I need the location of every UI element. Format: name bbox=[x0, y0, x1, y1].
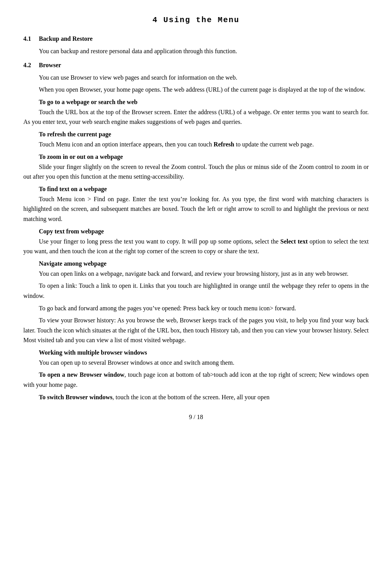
switch-windows-para: To switch Browser windows, touch the ico… bbox=[23, 392, 369, 402]
section-4-1-para-1: You can backup and restore personal data… bbox=[23, 46, 369, 56]
copy-text-para: Use your finger to long press the text y… bbox=[23, 237, 369, 256]
browser-intro-2: When you open Browser, your home page op… bbox=[23, 85, 369, 95]
subheading-copy-text: Copy text from webpage bbox=[23, 228, 369, 235]
section-4-1-heading: 4.1 Backup and Restore bbox=[23, 35, 369, 42]
refresh-bold: Refresh bbox=[214, 141, 234, 148]
navigate-open-link: To open a link: Touch a link to open it.… bbox=[23, 281, 369, 301]
subheading-multiple-windows: Working with multiple browser windows bbox=[23, 349, 369, 356]
section-4-1-number: 4.1 bbox=[23, 35, 31, 42]
page-footer: 9 / 18 bbox=[23, 414, 369, 421]
refresh-para: Touch Menu icon and an option interface … bbox=[23, 139, 369, 150]
subheading-refresh: To refresh the current page bbox=[23, 131, 369, 138]
section-4-2-title: Browser bbox=[39, 62, 61, 68]
section-4-2-heading: 4.2 Browser bbox=[23, 62, 369, 69]
navigate-intro: You can open links on a webpage, navigat… bbox=[23, 269, 369, 279]
section-4-1: 4.1 Backup and Restore You can backup an… bbox=[23, 35, 369, 56]
subheading-find-text: To find text on a webpage bbox=[23, 186, 369, 193]
open-new-window-bold: To open a new Browser window bbox=[39, 371, 124, 378]
select-text-bold: Select text bbox=[280, 238, 308, 245]
browser-intro-1: You can use Browser to view web pages an… bbox=[23, 73, 369, 83]
subheading-navigate: Navigate among webpage bbox=[23, 260, 369, 267]
section-4-2: 4.2 Browser You can use Browser to view … bbox=[23, 62, 369, 402]
section-4-1-title: Backup and Restore bbox=[39, 35, 92, 42]
find-text-para: Touch Menu icon > Find on page. Enter th… bbox=[23, 194, 369, 224]
page-title: 4 Using the Menu bbox=[23, 16, 369, 24]
multiple-windows-intro: You can open up to several Browser windo… bbox=[23, 358, 369, 368]
subheading-goto-webpage: To go to a webpage or search the web bbox=[23, 99, 369, 106]
section-4-2-number: 4.2 bbox=[23, 62, 31, 68]
subheading-zoom: To zoom in or out on a webpage bbox=[23, 153, 369, 160]
zoom-para: Slide your finger slightly on the screen… bbox=[23, 162, 369, 182]
switch-windows-bold: To switch Browser windows bbox=[39, 394, 113, 400]
open-new-window-para: To open a new Browser window, touch page… bbox=[23, 370, 369, 390]
goto-webpage-para: Touch the URL box at the top of the Brow… bbox=[23, 107, 369, 127]
navigate-history: To view your Browser history: As you bro… bbox=[23, 315, 369, 345]
navigate-back-forward: To go back and forward among the pages y… bbox=[23, 303, 369, 313]
